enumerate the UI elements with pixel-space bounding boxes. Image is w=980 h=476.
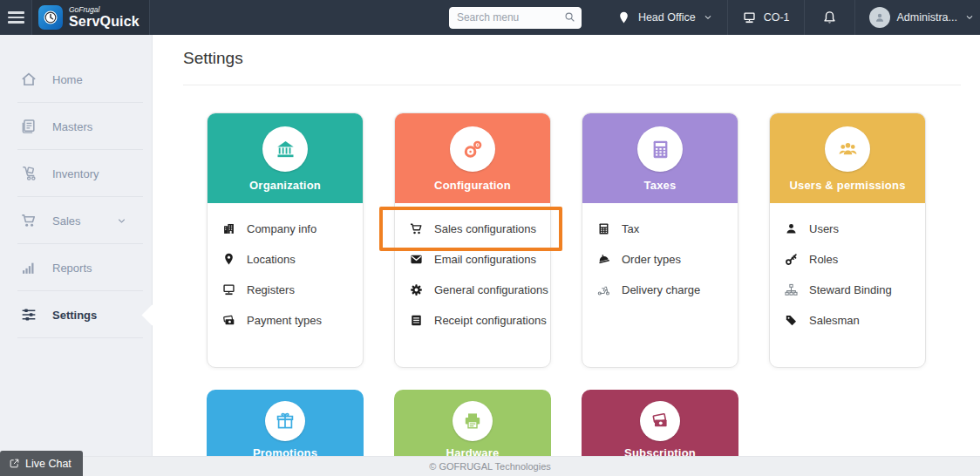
sidebar-item-settings[interactable]: Settings (0, 291, 152, 338)
payment-cash-icon (221, 313, 236, 328)
gift-icon (275, 411, 296, 432)
sidebar-item-home[interactable]: Home (0, 56, 152, 103)
topbar: GoFrugal ServQuick Head Office CO-1 Admi… (0, 0, 980, 35)
inventory-icon (20, 165, 37, 182)
card-icon-circle (453, 401, 493, 441)
sidebar-item-inventory[interactable]: Inventory (0, 150, 152, 197)
gears-icon (461, 138, 485, 161)
notifications-button[interactable] (804, 0, 854, 35)
search-box (449, 7, 582, 29)
chevron-down-icon (703, 12, 713, 23)
copyright-text: © GOFRUGAL Technologies (429, 461, 551, 472)
card-icon-circle (265, 401, 305, 441)
avatar-person-icon (873, 10, 887, 24)
register-indicator[interactable]: CO-1 (727, 0, 804, 35)
link-general-configurations[interactable]: General configurations (409, 275, 550, 305)
link-receipt-configurations[interactable]: Receipt configurations (409, 305, 550, 336)
register-icon (221, 282, 236, 297)
cash-icon (650, 411, 670, 432)
footer: © GOFRUGAL Technologies (0, 456, 980, 476)
main-content: Settings Organization Company info Locat… (153, 35, 980, 476)
page-title: Settings (153, 35, 980, 68)
link-delivery-charge[interactable]: Delivery charge (596, 275, 738, 305)
link-company-info[interactable]: Company info (221, 214, 363, 244)
card-icon-circle (637, 126, 683, 172)
masters-icon (20, 118, 37, 135)
service-bell-icon (596, 252, 611, 267)
location-pin-icon (221, 252, 236, 267)
location-label: Head Office (638, 11, 696, 24)
sliders-icon (20, 306, 37, 323)
card-configuration: Configuration Sales configurations Email… (394, 112, 551, 368)
printer-icon (462, 411, 483, 432)
link-email-configurations[interactable]: Email configurations (409, 244, 550, 275)
card-title: Taxes (644, 179, 677, 192)
brand-small: GoFrugal (69, 6, 140, 14)
card-taxes: Taxes Tax Order types Delivery charge (582, 112, 738, 368)
card-organization: Organization Company info Locations Regi… (207, 112, 364, 368)
search-icon (563, 10, 576, 24)
link-salesman[interactable]: Salesman (784, 305, 925, 336)
card-icon-circle (825, 126, 870, 172)
location-selector[interactable]: Head Office (602, 0, 727, 35)
sidebar-item-label: Reports (52, 262, 92, 275)
user-icon (784, 221, 799, 236)
receipt-icon (409, 313, 424, 328)
envelope-icon (409, 252, 424, 267)
card-header: Configuration (395, 113, 550, 203)
link-steward-binding[interactable]: Steward Binding (784, 275, 925, 305)
link-tax[interactable]: Tax (596, 214, 738, 244)
building-icon (221, 221, 236, 236)
sidebar-item-label: Home (52, 73, 83, 86)
sidebar: Home Masters Inventory Sales Reports Set… (0, 35, 153, 476)
link-registers[interactable]: Registers (221, 275, 363, 305)
monitor-icon (742, 10, 757, 25)
chevron-down-icon (964, 12, 975, 23)
card-title: Users & permissions (789, 179, 905, 192)
card-title: Organization (249, 179, 321, 192)
settings-cards-row-1: Organization Company info Locations Regi… (207, 112, 980, 368)
card-icon-circle (450, 126, 495, 172)
bank-icon (274, 138, 297, 161)
link-roles[interactable]: Roles (784, 244, 925, 275)
chevron-down-icon (116, 215, 127, 227)
user-label: Administra... (897, 11, 957, 24)
sidebar-item-label: Settings (52, 309, 97, 322)
external-link-icon (9, 458, 20, 469)
search-input[interactable] (449, 7, 582, 29)
calculator-icon (596, 221, 611, 236)
card-users-permissions: Users & permissions Users Roles Steward … (769, 112, 926, 368)
sidebar-item-label: Sales (52, 214, 81, 228)
servquick-clock-icon (38, 5, 63, 30)
card-header: Organization (208, 113, 363, 203)
cart-icon (409, 221, 424, 236)
user-menu[interactable]: Administra... (854, 0, 980, 35)
card-header: Users & permissions (770, 113, 925, 203)
users-group-icon (836, 138, 860, 161)
hamburger-menu-icon[interactable] (0, 0, 31, 35)
avatar (869, 7, 890, 28)
bell-icon (821, 10, 838, 26)
sidebar-item-label: Masters (52, 120, 92, 133)
calculator-icon (649, 138, 672, 161)
link-payment-types[interactable]: Payment types (221, 305, 363, 336)
sidebar-item-reports[interactable]: Reports (0, 244, 152, 291)
location-pin-icon (616, 10, 631, 25)
app-logo: GoFrugal ServQuick (31, 0, 150, 35)
scooter-icon (596, 282, 611, 297)
link-sales-configurations[interactable]: Sales configurations (409, 214, 550, 244)
live-chat-button[interactable]: Live Chat (0, 451, 83, 476)
tag-icon (784, 313, 799, 328)
link-order-types[interactable]: Order types (596, 244, 738, 275)
card-header: Taxes (582, 113, 738, 203)
reports-icon (20, 259, 37, 276)
sidebar-item-label: Inventory (52, 167, 99, 180)
sidebar-item-sales[interactable]: Sales (0, 197, 152, 244)
sidebar-item-masters[interactable]: Masters (0, 103, 152, 150)
home-icon (20, 71, 37, 88)
sitemap-icon (784, 282, 799, 297)
card-icon-circle (262, 126, 308, 172)
link-users[interactable]: Users (784, 214, 925, 244)
link-locations[interactable]: Locations (221, 244, 363, 275)
key-icon (784, 252, 799, 267)
